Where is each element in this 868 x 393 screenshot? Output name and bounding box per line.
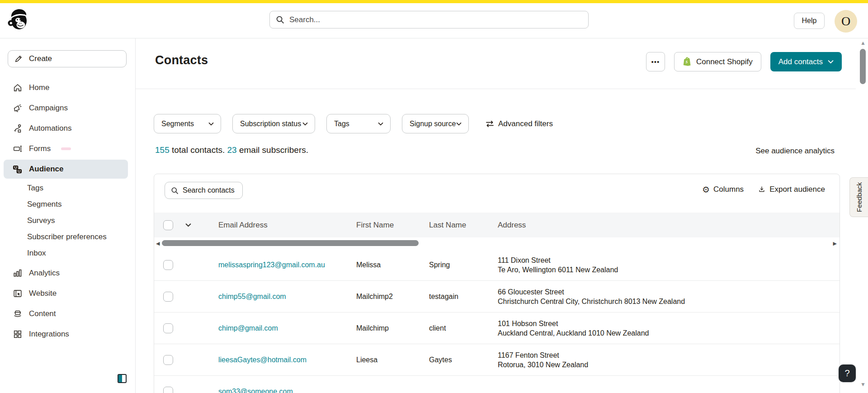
subitem-label: Segments: [27, 200, 62, 209]
header-divider: [136, 89, 856, 89]
contact-last-name: Spring: [429, 261, 498, 269]
sidebar-item-label: Integrations: [29, 330, 69, 339]
sidebar-item-label: Audience: [29, 165, 64, 174]
contact-address: 101 Hobson StreetAuckland Central, Auckl…: [498, 319, 840, 338]
sidebar-item-label: Campaigns: [29, 104, 68, 113]
filters-bar: Segments Subscription status Tags Signup…: [154, 114, 553, 133]
table-body: melissaspring123@gmail.com.au Melissa Sp…: [154, 249, 840, 393]
contact-first-name: Lieesa: [356, 356, 429, 364]
home-icon: [12, 83, 23, 93]
table-row: som33@someone.com: [154, 376, 840, 393]
avatar[interactable]: O: [835, 10, 857, 33]
columns-label: Columns: [713, 185, 744, 194]
mailchimp-freddie-icon: [7, 6, 29, 32]
segments-filter-dropdown[interactable]: Segments: [154, 114, 221, 133]
help-button[interactable]: Help: [794, 13, 825, 29]
new-badge: [61, 147, 71, 150]
page-title: Contacts: [155, 53, 208, 67]
help-fab-button[interactable]: ?: [839, 365, 856, 382]
contact-last-name: Gaytes: [429, 356, 498, 364]
columns-button[interactable]: ⚙ Columns: [702, 185, 744, 194]
brand-accent-bar: [0, 0, 868, 3]
row-checkbox[interactable]: [163, 260, 173, 270]
contact-email-link[interactable]: melissaspring123@gmail.com.au: [218, 261, 356, 269]
sidebar-item-campaigns[interactable]: Campaigns: [4, 99, 128, 118]
row-checkbox[interactable]: [163, 387, 173, 393]
sidebar-item-analytics[interactable]: Analytics: [4, 264, 128, 283]
email-subscribers-label: email subscribers.: [237, 145, 308, 155]
contact-address: 1167 Fenton StreetRotorua, 3010 New Zeal…: [498, 350, 840, 369]
feedback-label: Feedback: [855, 182, 863, 212]
column-header-first-name: First Name: [356, 221, 429, 230]
address-line-2: Christchurch Central City, Christchurch …: [498, 297, 840, 306]
sidebar-item-integrations[interactable]: Integrations: [4, 325, 128, 344]
bar-chart-icon: [12, 268, 23, 278]
tags-filter-dropdown[interactable]: Tags: [326, 114, 391, 133]
avatar-initial: O: [841, 14, 850, 28]
contact-email-link[interactable]: lieesaGaytes@hotmail.com: [218, 356, 356, 364]
create-button[interactable]: Create: [8, 50, 127, 67]
address-line-2: Te Aro, Wellington 6011 New Zealand: [498, 265, 840, 275]
address-line-1: 111 Dixon Street: [498, 256, 840, 265]
contact-email-link[interactable]: chimp55@gmail.com: [218, 293, 356, 301]
horizontal-scrollbar: ◀ ▶: [154, 240, 840, 246]
sidebar-item-label: Analytics: [29, 269, 60, 278]
table-row: chimp55@gmail.com Mailchimp2 testagain 6…: [154, 281, 840, 313]
vertical-scroll-up-arrow[interactable]: ▲: [860, 40, 866, 46]
export-audience-button[interactable]: Export audience: [758, 185, 825, 194]
search-input[interactable]: [289, 15, 582, 24]
advanced-filters-link[interactable]: Advanced filters: [486, 119, 553, 128]
create-label: Create: [29, 54, 52, 63]
more-options-button[interactable]: •••: [646, 52, 665, 71]
sidebar-subitem-tags[interactable]: Tags: [4, 180, 128, 196]
filter-label: Signup source: [410, 120, 456, 128]
sidebar-subitem-subscriber-preferences[interactable]: Subscriber preferences: [4, 229, 128, 245]
vertical-scrollbar-thumb[interactable]: [860, 49, 866, 84]
address-line-1: 1167 Fenton Street: [498, 350, 840, 360]
sidebar-item-content[interactable]: Content: [4, 304, 128, 323]
connect-shopify-button[interactable]: S Connect Shopify: [674, 52, 761, 71]
horizontal-scrollbar-thumb[interactable]: [162, 240, 419, 246]
sidebar-item-website[interactable]: Website: [4, 284, 128, 303]
contact-address: 66 Gloucester StreetChristchurch Central…: [498, 287, 840, 306]
mailchimp-logo[interactable]: [7, 6, 29, 34]
contact-first-name: Mailchimp: [356, 324, 429, 332]
sidebar-collapse-toggle[interactable]: [118, 374, 127, 383]
megaphone-icon: [12, 103, 23, 113]
sidebar-subitem-inbox[interactable]: Inbox: [4, 245, 128, 261]
row-checkbox[interactable]: [163, 292, 173, 302]
sidebar-item-automations[interactable]: Automations: [4, 119, 128, 138]
sidebar-item-label: Website: [29, 289, 57, 298]
filter-label: Subscription status: [240, 120, 301, 128]
search-contacts-button[interactable]: Search contacts: [165, 182, 243, 199]
sidebar-item-audience[interactable]: Audience: [4, 160, 128, 179]
chevron-down-icon: [456, 122, 462, 126]
sidebar-item-home[interactable]: Home: [4, 78, 128, 97]
collapse-toggle-fill: [118, 375, 122, 382]
select-all-checkbox[interactable]: [163, 220, 173, 230]
contact-email-link[interactable]: som33@someone.com: [218, 388, 356, 393]
row-checkbox[interactable]: [163, 355, 173, 365]
signup-source-filter-dropdown[interactable]: Signup source: [402, 114, 469, 133]
subscription-status-filter-dropdown[interactable]: Subscription status: [232, 114, 315, 133]
scroll-right-arrow[interactable]: ▶: [833, 241, 837, 246]
row-checkbox[interactable]: [163, 323, 173, 333]
vertical-scroll-down-arrow[interactable]: ▼: [860, 381, 866, 388]
address-line-2: Rotorua, 3010 New Zealand: [498, 360, 840, 369]
select-menu-chevron[interactable]: [185, 223, 218, 227]
global-search: [269, 11, 589, 28]
main-content: Contacts ••• S Connect Shopify Add conta…: [136, 38, 868, 393]
search-icon: [171, 187, 179, 194]
sidebar-item-forms[interactable]: Forms: [4, 139, 128, 158]
forms-icon: [12, 144, 23, 154]
page-header-actions: ••• S Connect Shopify Add contacts: [646, 52, 842, 71]
feedback-tab[interactable]: Feedback: [849, 177, 868, 217]
sidebar-subitem-segments[interactable]: Segments: [4, 196, 128, 212]
contact-email-link[interactable]: chimp@gmail.com: [218, 324, 356, 332]
add-contacts-button[interactable]: Add contacts: [770, 52, 842, 71]
export-audience-label: Export audience: [769, 185, 825, 194]
sidebar-subitem-surveys[interactable]: Surveys: [4, 213, 128, 228]
scroll-left-arrow[interactable]: ◀: [156, 241, 160, 246]
see-audience-analytics-link[interactable]: See audience analytics: [755, 147, 835, 156]
chevron-down-icon: [208, 122, 214, 126]
